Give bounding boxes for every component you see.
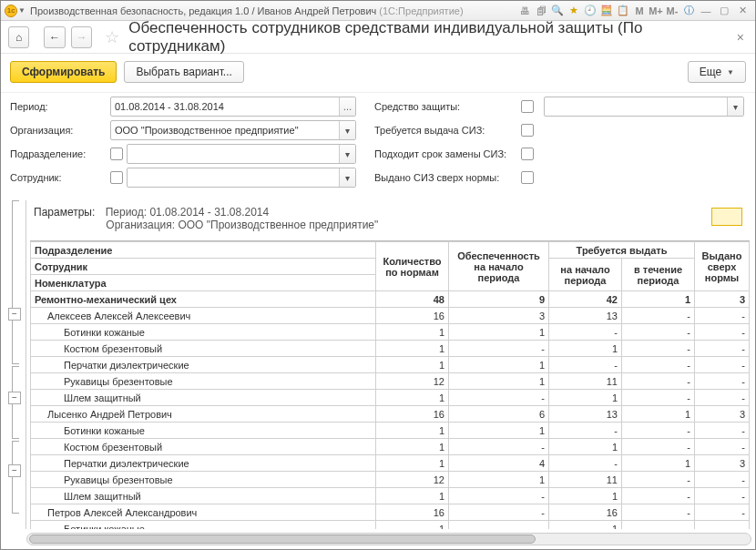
window-title: Производственная безопасность, редакция … <box>30 5 464 16</box>
choose-variant-button[interactable]: Выбрать вариант... <box>124 61 243 83</box>
dept-label: Подразделение: <box>10 148 110 159</box>
table-row[interactable]: Ботинки кожаные11--- <box>31 423 750 439</box>
table-row[interactable]: Шлем защитный1-1-- <box>31 390 750 406</box>
calc-icon[interactable]: 🧮 <box>599 4 614 18</box>
period-field[interactable]: 01.08.2014 - 31.08.2014… <box>110 97 356 117</box>
over-label: Выдано СИЗ сверх нормы: <box>374 172 511 183</box>
report-table: Подразделение Количество по нормам Обесп… <box>30 241 750 529</box>
table-row[interactable]: Алексеев Алексей Алексеевич16313-- <box>31 308 750 324</box>
collapse-icon[interactable]: − <box>8 464 21 477</box>
outline-gutter[interactable]: − − − <box>6 200 26 529</box>
maximize-icon[interactable]: ▢ <box>717 4 731 18</box>
app-icon: 1c <box>5 5 17 17</box>
table-row[interactable]: Ботинки кожаные11--- <box>31 324 750 341</box>
favorite-icon[interactable]: ★ <box>567 4 581 18</box>
page-title: Обеспеченность сотрудников средствами ин… <box>128 19 728 56</box>
report-params: Параметры: Период: 01.08.2014 - 31.08.20… <box>30 200 750 240</box>
m-plus-icon[interactable]: M+ <box>649 4 663 18</box>
close-icon[interactable]: ✕ <box>735 4 750 18</box>
table-row[interactable]: Ремонтно-механический цех4894213 <box>31 291 750 308</box>
m-icon[interactable]: M <box>632 4 647 18</box>
more-button[interactable]: Еще▼ <box>688 61 746 83</box>
page-close-icon[interactable]: × <box>733 30 748 45</box>
means-field[interactable]: ▾ <box>544 97 744 117</box>
replace-checkbox[interactable] <box>521 148 534 160</box>
toolbar-icon[interactable]: 🗐 <box>534 4 548 18</box>
table-row[interactable]: Костюм брезентовый1-1-- <box>31 341 750 357</box>
horizontal-scrollbar[interactable] <box>26 533 751 545</box>
collapse-icon[interactable]: − <box>8 392 21 404</box>
table-row[interactable]: Перчатки диэлектрические14-13 <box>31 455 750 472</box>
dept-checkbox[interactable] <box>110 148 123 160</box>
calendar-icon[interactable]: 📋 <box>616 4 630 18</box>
back-button[interactable]: ← <box>44 26 65 48</box>
emp-label: Сотрудник: <box>10 172 110 183</box>
table-row[interactable]: Рукавицы брезентовые12111-- <box>31 472 750 488</box>
need-checkbox[interactable] <box>521 124 534 137</box>
need-label: Требуется выдача СИЗ: <box>374 125 511 136</box>
emp-checkbox[interactable] <box>110 171 123 184</box>
highlight-swatch <box>711 208 742 226</box>
forward-button[interactable]: → <box>71 26 92 48</box>
toolbar-icon[interactable]: 🔍 <box>550 4 565 18</box>
info-icon[interactable]: ⓘ <box>681 4 696 18</box>
means-checkbox[interactable] <box>521 100 534 113</box>
table-row[interactable]: Шлем защитный1-1-- <box>31 488 750 504</box>
generate-button[interactable]: Сформировать <box>10 61 117 83</box>
org-label: Организация: <box>10 125 110 136</box>
org-field[interactable]: ООО "Производственное предприятие"▾ <box>110 120 356 140</box>
m-minus-icon[interactable]: M- <box>665 4 679 18</box>
table-row[interactable]: Лысенко Андрей Петрович1661313 <box>31 406 750 423</box>
over-checkbox[interactable] <box>521 171 534 184</box>
replace-label: Подходит срок замены СИЗ: <box>374 148 511 159</box>
means-label: Средство защиты: <box>374 101 511 112</box>
collapse-icon[interactable]: − <box>8 308 21 321</box>
period-label: Период: <box>10 101 110 112</box>
emp-field[interactable]: ▾ <box>127 168 356 188</box>
minimize-icon[interactable]: — <box>699 4 713 18</box>
table-row[interactable]: Ботинки кожаные1-1-- <box>31 521 750 530</box>
toolbar-icon[interactable]: 🖶 <box>517 4 532 18</box>
table-row[interactable]: Петров Алексей Александрович16-16-- <box>31 504 750 521</box>
app-menu-chevron[interactable]: ▼ <box>17 6 26 15</box>
dept-field[interactable]: ▾ <box>127 144 356 164</box>
table-row[interactable]: Костюм брезентовый1-1-- <box>31 439 750 455</box>
table-row[interactable]: Рукавицы брезентовые12111-- <box>31 373 750 390</box>
star-icon[interactable]: ☆ <box>105 27 119 47</box>
table-row[interactable]: Перчатки диэлектрические11--- <box>31 357 750 373</box>
history-icon[interactable]: 🕘 <box>583 4 598 18</box>
home-button[interactable]: ⌂ <box>8 26 29 48</box>
